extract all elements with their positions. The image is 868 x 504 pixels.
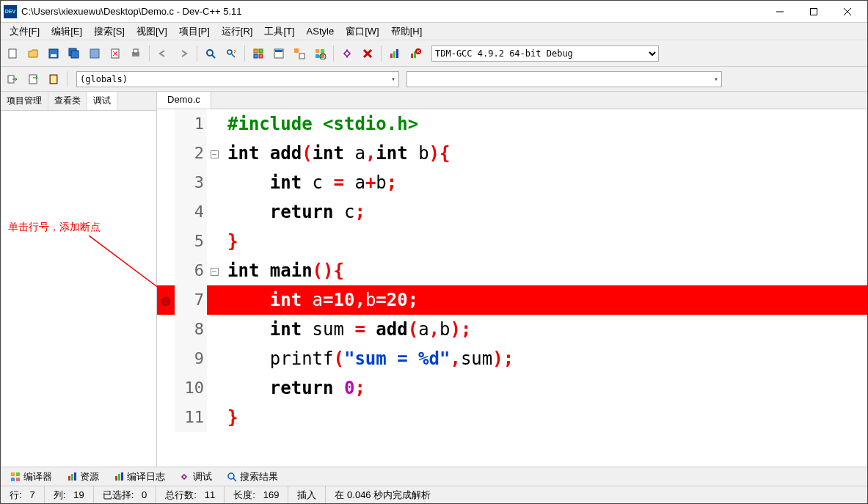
bottom-tab[interactable]: 调试 bbox=[173, 468, 219, 486]
code-line[interactable]: 1#include <stdio.h> bbox=[157, 109, 867, 139]
menu-item[interactable]: 项目[P] bbox=[173, 23, 216, 40]
open-button[interactable] bbox=[24, 45, 42, 62]
toolbar-nav: (globals)▾ ▾ bbox=[1, 67, 867, 92]
code-text[interactable]: int sum = add(a,b); bbox=[222, 315, 867, 344]
profile-button[interactable] bbox=[386, 45, 404, 62]
bottom-tab[interactable]: 资源 bbox=[60, 468, 106, 486]
code-text[interactable]: } bbox=[222, 227, 867, 256]
side-tab[interactable]: 查看类 bbox=[48, 92, 87, 110]
bottom-tab[interactable]: 编译器 bbox=[4, 468, 59, 486]
svg-rect-33 bbox=[390, 54, 393, 58]
file-tab-demo[interactable]: Demo.c bbox=[157, 92, 211, 109]
compiler-select[interactable]: TDM-GCC 4.9.2 64-bit Debug bbox=[431, 45, 659, 62]
line-number[interactable]: 6 bbox=[175, 256, 207, 285]
menu-item[interactable]: 文件[F] bbox=[4, 23, 45, 40]
menu-item[interactable]: 工具[T] bbox=[258, 23, 300, 40]
code-text[interactable]: #include <stdio.h> bbox=[222, 109, 867, 139]
save-as-button[interactable] bbox=[86, 45, 103, 62]
redo-button[interactable] bbox=[175, 45, 192, 62]
fold-gutter[interactable]: − bbox=[207, 139, 222, 168]
menu-item[interactable]: 编辑[E] bbox=[45, 23, 88, 40]
svg-point-15 bbox=[207, 50, 213, 56]
line-number[interactable]: 4 bbox=[175, 197, 207, 227]
code-line[interactable]: 7 int a=10,b=20; bbox=[157, 285, 867, 315]
code-line[interactable]: 9 printf("sum = %d",sum); bbox=[157, 344, 867, 373]
bottom-tab[interactable]: 搜索结果 bbox=[220, 468, 285, 486]
code-text[interactable]: printf("sum = %d",sum); bbox=[222, 344, 867, 373]
code-text[interactable]: int c = a+b; bbox=[222, 168, 867, 197]
line-number[interactable]: 2 bbox=[175, 139, 207, 168]
menu-item[interactable]: 窗口[W] bbox=[340, 23, 385, 40]
code-line[interactable]: 8 int sum = add(a,b); bbox=[157, 315, 867, 344]
svg-rect-4 bbox=[9, 49, 16, 58]
save-button[interactable] bbox=[45, 45, 62, 62]
code-text[interactable]: } bbox=[222, 403, 867, 432]
line-number[interactable]: 11 bbox=[175, 403, 207, 432]
replace-button[interactable] bbox=[222, 45, 240, 62]
line-number[interactable]: 7 bbox=[175, 285, 207, 315]
symbol-select[interactable]: ▾ bbox=[406, 71, 722, 87]
tab-icon bbox=[114, 472, 124, 482]
code-line[interactable]: 11} bbox=[157, 403, 867, 432]
close-file-button[interactable] bbox=[106, 45, 124, 62]
undo-button[interactable] bbox=[154, 45, 172, 62]
tab-icon bbox=[227, 472, 237, 482]
print-button[interactable] bbox=[127, 45, 145, 62]
stop-button[interactable] bbox=[359, 45, 376, 62]
svg-rect-28 bbox=[316, 54, 319, 58]
breakpoint-gutter[interactable] bbox=[157, 285, 175, 315]
close-button[interactable] bbox=[831, 1, 864, 23]
svg-point-17 bbox=[227, 50, 232, 54]
new-file-button[interactable] bbox=[4, 45, 21, 62]
delete-profile-button[interactable] bbox=[406, 45, 424, 62]
line-number[interactable]: 3 bbox=[175, 168, 207, 197]
line-number[interactable]: 5 bbox=[175, 227, 207, 256]
globals-select[interactable]: (globals)▾ bbox=[76, 71, 399, 87]
line-number[interactable]: 1 bbox=[175, 109, 207, 139]
code-line[interactable]: 4 return c; bbox=[157, 197, 867, 227]
svg-point-56 bbox=[228, 473, 234, 479]
code-line[interactable]: 2−int add(int a,int b){ bbox=[157, 139, 867, 168]
code-editor[interactable]: 1#include <stdio.h>2−int add(int a,int b… bbox=[157, 109, 867, 467]
line-number[interactable]: 10 bbox=[175, 373, 207, 403]
book-button[interactable] bbox=[45, 70, 62, 88]
minimize-button[interactable] bbox=[763, 1, 797, 23]
menu-item[interactable]: 运行[R] bbox=[216, 23, 259, 40]
code-text[interactable]: return 0; bbox=[222, 373, 867, 403]
bookmark-button[interactable] bbox=[24, 70, 42, 88]
code-text[interactable]: int add(int a,int b){ bbox=[222, 139, 867, 168]
side-tab[interactable]: 调试 bbox=[87, 92, 117, 110]
code-line[interactable]: 10 return 0; bbox=[157, 373, 867, 403]
code-text[interactable]: int main(){ bbox=[222, 256, 867, 285]
find-button[interactable] bbox=[202, 45, 219, 62]
bottom-tab[interactable]: 编译日志 bbox=[107, 468, 172, 486]
code-text[interactable]: int a=10,b=20; bbox=[222, 285, 867, 315]
svg-rect-9 bbox=[90, 49, 99, 58]
run-button[interactable] bbox=[270, 45, 288, 62]
code-line[interactable]: 6−int main(){ bbox=[157, 256, 867, 285]
menu-item[interactable]: 帮助[H] bbox=[385, 23, 428, 40]
line-number[interactable]: 9 bbox=[175, 344, 207, 373]
compile-button[interactable] bbox=[249, 45, 267, 62]
svg-line-57 bbox=[233, 478, 236, 481]
debug-button[interactable] bbox=[338, 45, 356, 62]
side-tab[interactable]: 项目管理 bbox=[1, 92, 48, 110]
rebuild-button[interactable] bbox=[311, 45, 329, 62]
goto-button[interactable] bbox=[4, 70, 21, 88]
svg-rect-55 bbox=[121, 472, 123, 481]
maximize-button[interactable] bbox=[797, 1, 831, 23]
fold-gutter[interactable]: − bbox=[207, 256, 222, 285]
menu-item[interactable]: AStyle bbox=[301, 23, 340, 39]
svg-rect-20 bbox=[254, 54, 258, 58]
compile-run-button[interactable] bbox=[291, 45, 308, 62]
menu-item[interactable]: 视图[V] bbox=[131, 23, 173, 40]
code-text[interactable]: return c; bbox=[222, 197, 867, 227]
svg-rect-23 bbox=[275, 50, 282, 52]
save-all-button[interactable] bbox=[65, 45, 83, 62]
code-line[interactable]: 5} bbox=[157, 227, 867, 256]
line-number[interactable]: 8 bbox=[175, 315, 207, 344]
svg-rect-47 bbox=[16, 472, 20, 476]
code-line[interactable]: 3 int c = a+b; bbox=[157, 168, 867, 197]
menu-item[interactable]: 搜索[S] bbox=[88, 23, 131, 40]
svg-rect-36 bbox=[411, 54, 413, 58]
